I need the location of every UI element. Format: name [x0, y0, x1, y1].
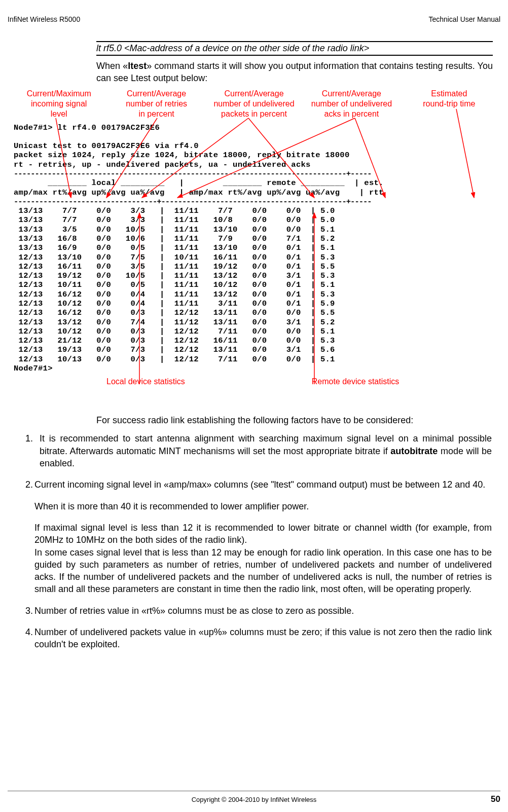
annotation-undelivered-acks: Current/Average number of undelivered ac… [303, 89, 400, 119]
command-syntax: lt rf5.0 <Mac-address of a device on the… [96, 41, 493, 56]
annotation-remote-stats: Remote device statistics [312, 377, 400, 386]
bottom-annotations: Local device statistics Remote device st… [106, 377, 500, 386]
annotation-retries: Current/Average number of retries in per… [107, 89, 205, 119]
list-item-2: 2. Current incoming signal level in «amp… [25, 478, 493, 595]
page-footer: Copyright © 2004-2010 by InfiNet Wireles… [8, 791, 500, 804]
terminal-output: Node7#1> lt rf4.0 00179AC2F3E6 Unicast t… [14, 123, 500, 374]
list-item-4: 4.Number of undelivered packets value in… [25, 626, 493, 651]
annotation-undelivered-packets: Current/Average number of undelivered pa… [205, 89, 303, 119]
top-annotations: Current/Maximum incoming signal level Cu… [8, 89, 500, 119]
page-header: InfiNet Wireless R5000 Technical User Ma… [8, 15, 500, 23]
annotation-local-stats: Local device statistics [106, 377, 185, 386]
list-item-1: 1.It is recommended to start antenna ali… [25, 432, 493, 469]
annotation-rtt: Estimated round-trip time [401, 89, 498, 119]
footer-copyright: Copyright © 2004-2010 by InfiNet Wireles… [8, 796, 500, 803]
factors-intro: For success radio link establishing the … [96, 414, 493, 426]
header-right: Technical User Manual [428, 15, 500, 23]
intro-paragraph: When «ltest» command starts it will show… [96, 60, 493, 85]
header-left: InfiNet Wireless R5000 [8, 15, 80, 23]
list-item-3: 3.Number of retries value in «rt%» colum… [25, 605, 493, 617]
annotation-signal-level: Current/Maximum incoming signal level [10, 89, 107, 119]
